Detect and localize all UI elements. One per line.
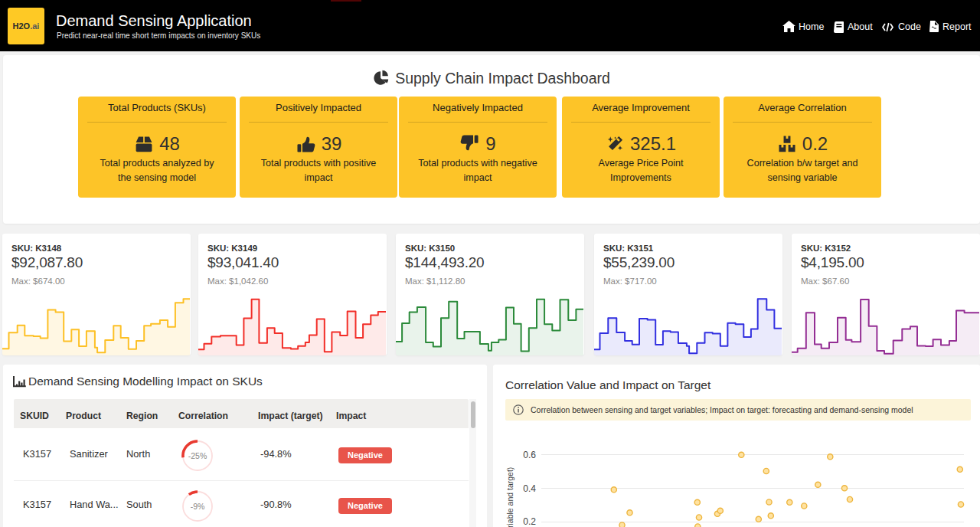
svg-text:-25%: -25%	[188, 451, 207, 460]
svg-text:-9%: -9%	[190, 502, 204, 511]
